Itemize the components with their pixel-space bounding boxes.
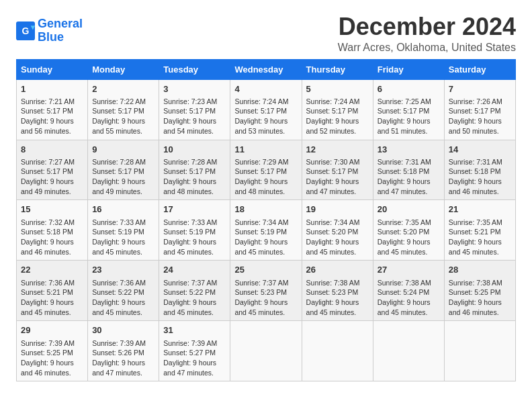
calendar-cell: 15Sunrise: 7:32 AM Sunset: 5:18 PM Dayli… xyxy=(17,200,88,261)
day-info: Sunrise: 7:39 AM Sunset: 5:25 PM Dayligh… xyxy=(21,338,83,378)
page-subtitle: Warr Acres, Oklahoma, United States xyxy=(338,42,516,54)
day-info: Sunrise: 7:26 AM Sunset: 5:17 PM Dayligh… xyxy=(449,97,511,136)
weekday-sunday: Sunday xyxy=(17,59,88,79)
calendar-week-2: 8Sunrise: 7:27 AM Sunset: 5:17 PM Daylig… xyxy=(17,140,516,200)
calendar-cell: 22Sunrise: 7:36 AM Sunset: 5:21 PM Dayli… xyxy=(17,261,88,321)
calendar-cell xyxy=(302,321,373,381)
calendar-week-1: 1Sunrise: 7:21 AM Sunset: 5:17 PM Daylig… xyxy=(17,79,516,140)
day-info: Sunrise: 7:21 AM Sunset: 5:17 PM Dayligh… xyxy=(21,97,83,136)
day-number: 6 xyxy=(378,83,440,95)
logo: G General Blue xyxy=(16,17,83,44)
calendar-cell: 9Sunrise: 7:28 AM Sunset: 5:17 PM Daylig… xyxy=(88,140,159,200)
day-info: Sunrise: 7:28 AM Sunset: 5:17 PM Dayligh… xyxy=(92,157,154,197)
calendar-cell: 14Sunrise: 7:31 AM Sunset: 5:18 PM Dayli… xyxy=(444,140,515,200)
calendar-body: 1Sunrise: 7:21 AM Sunset: 5:17 PM Daylig… xyxy=(17,79,516,381)
day-number: 22 xyxy=(21,264,83,276)
calendar-cell: 7Sunrise: 7:26 AM Sunset: 5:17 PM Daylig… xyxy=(444,79,515,140)
day-info: Sunrise: 7:31 AM Sunset: 5:18 PM Dayligh… xyxy=(449,157,511,197)
calendar-cell: 25Sunrise: 7:37 AM Sunset: 5:23 PM Dayli… xyxy=(230,261,302,321)
weekday-thursday: Thursday xyxy=(302,59,373,79)
calendar-week-4: 22Sunrise: 7:36 AM Sunset: 5:21 PM Dayli… xyxy=(17,261,516,321)
calendar-table: SundayMondayTuesdayWednesdayThursdayFrid… xyxy=(16,59,516,382)
day-number: 14 xyxy=(449,144,511,156)
calendar-cell: 10Sunrise: 7:28 AM Sunset: 5:17 PM Dayli… xyxy=(159,140,230,200)
calendar-cell: 1Sunrise: 7:21 AM Sunset: 5:17 PM Daylig… xyxy=(17,79,88,140)
day-info: Sunrise: 7:28 AM Sunset: 5:17 PM Dayligh… xyxy=(163,157,226,197)
calendar-week-5: 29Sunrise: 7:39 AM Sunset: 5:25 PM Dayli… xyxy=(17,321,516,381)
calendar-cell: 5Sunrise: 7:24 AM Sunset: 5:17 PM Daylig… xyxy=(302,79,373,140)
day-number: 11 xyxy=(234,144,297,156)
day-number: 4 xyxy=(234,83,297,95)
day-number: 19 xyxy=(306,203,369,216)
page-title: December 2024 xyxy=(338,13,516,40)
day-number: 2 xyxy=(92,83,154,95)
weekday-friday: Friday xyxy=(373,59,444,79)
day-info: Sunrise: 7:37 AM Sunset: 5:22 PM Dayligh… xyxy=(163,278,226,318)
calendar-cell: 31Sunrise: 7:39 AM Sunset: 5:27 PM Dayli… xyxy=(159,321,230,381)
calendar-cell: 2Sunrise: 7:22 AM Sunset: 5:17 PM Daylig… xyxy=(88,79,159,140)
day-number: 23 xyxy=(92,264,154,276)
day-info: Sunrise: 7:31 AM Sunset: 5:18 PM Dayligh… xyxy=(378,157,440,197)
day-info: Sunrise: 7:30 AM Sunset: 5:17 PM Dayligh… xyxy=(306,157,369,197)
day-number: 15 xyxy=(21,203,83,216)
calendar-cell: 19Sunrise: 7:34 AM Sunset: 5:20 PM Dayli… xyxy=(302,200,373,261)
calendar-cell: 29Sunrise: 7:39 AM Sunset: 5:25 PM Dayli… xyxy=(17,321,88,381)
day-info: Sunrise: 7:34 AM Sunset: 5:20 PM Dayligh… xyxy=(306,218,369,257)
calendar-cell: 17Sunrise: 7:33 AM Sunset: 5:19 PM Dayli… xyxy=(159,200,230,261)
calendar-cell: 28Sunrise: 7:38 AM Sunset: 5:25 PM Dayli… xyxy=(444,261,515,321)
day-info: Sunrise: 7:29 AM Sunset: 5:17 PM Dayligh… xyxy=(234,157,297,197)
weekday-tuesday: Tuesday xyxy=(159,59,230,79)
calendar-cell: 30Sunrise: 7:39 AM Sunset: 5:26 PM Dayli… xyxy=(88,321,159,381)
day-number: 18 xyxy=(234,203,297,216)
calendar-cell: 6Sunrise: 7:25 AM Sunset: 5:17 PM Daylig… xyxy=(373,79,444,140)
logo-text: General Blue xyxy=(38,17,83,44)
calendar-cell: 18Sunrise: 7:34 AM Sunset: 5:19 PM Dayli… xyxy=(230,200,302,261)
day-info: Sunrise: 7:22 AM Sunset: 5:17 PM Dayligh… xyxy=(92,97,154,136)
day-info: Sunrise: 7:33 AM Sunset: 5:19 PM Dayligh… xyxy=(92,218,154,257)
calendar-cell xyxy=(444,321,515,381)
calendar-cell: 26Sunrise: 7:38 AM Sunset: 5:23 PM Dayli… xyxy=(302,261,373,321)
day-info: Sunrise: 7:36 AM Sunset: 5:22 PM Dayligh… xyxy=(92,278,154,318)
calendar-cell: 23Sunrise: 7:36 AM Sunset: 5:22 PM Dayli… xyxy=(88,261,159,321)
svg-text:G: G xyxy=(22,25,30,36)
day-info: Sunrise: 7:32 AM Sunset: 5:18 PM Dayligh… xyxy=(21,218,83,257)
day-info: Sunrise: 7:39 AM Sunset: 5:26 PM Dayligh… xyxy=(92,338,154,378)
day-info: Sunrise: 7:34 AM Sunset: 5:19 PM Dayligh… xyxy=(234,218,297,257)
calendar-cell: 3Sunrise: 7:23 AM Sunset: 5:17 PM Daylig… xyxy=(159,79,230,140)
calendar-cell: 12Sunrise: 7:30 AM Sunset: 5:17 PM Dayli… xyxy=(302,140,373,200)
day-number: 9 xyxy=(92,144,154,156)
day-number: 5 xyxy=(306,83,369,95)
calendar-cell: 27Sunrise: 7:38 AM Sunset: 5:24 PM Dayli… xyxy=(373,261,444,321)
day-info: Sunrise: 7:36 AM Sunset: 5:21 PM Dayligh… xyxy=(21,278,83,318)
day-number: 21 xyxy=(449,203,511,216)
day-info: Sunrise: 7:38 AM Sunset: 5:23 PM Dayligh… xyxy=(306,278,369,318)
day-info: Sunrise: 7:27 AM Sunset: 5:17 PM Dayligh… xyxy=(21,157,83,197)
day-number: 10 xyxy=(163,144,226,156)
calendar-cell: 13Sunrise: 7:31 AM Sunset: 5:18 PM Dayli… xyxy=(373,140,444,200)
logo-icon: G xyxy=(16,21,35,40)
weekday-header-row: SundayMondayTuesdayWednesdayThursdayFrid… xyxy=(17,59,516,79)
calendar-cell: 21Sunrise: 7:35 AM Sunset: 5:21 PM Dayli… xyxy=(444,200,515,261)
calendar-cell: 16Sunrise: 7:33 AM Sunset: 5:19 PM Dayli… xyxy=(88,200,159,261)
day-number: 8 xyxy=(21,144,83,156)
day-number: 20 xyxy=(378,203,440,216)
day-number: 13 xyxy=(378,144,440,156)
calendar-cell: 8Sunrise: 7:27 AM Sunset: 5:17 PM Daylig… xyxy=(17,140,88,200)
day-info: Sunrise: 7:24 AM Sunset: 5:17 PM Dayligh… xyxy=(306,97,369,136)
weekday-monday: Monday xyxy=(88,59,159,79)
day-info: Sunrise: 7:25 AM Sunset: 5:17 PM Dayligh… xyxy=(378,97,440,136)
day-info: Sunrise: 7:24 AM Sunset: 5:17 PM Dayligh… xyxy=(234,97,297,136)
calendar-cell: 4Sunrise: 7:24 AM Sunset: 5:17 PM Daylig… xyxy=(230,79,302,140)
calendar-cell xyxy=(230,321,302,381)
day-info: Sunrise: 7:33 AM Sunset: 5:19 PM Dayligh… xyxy=(163,218,226,257)
calendar-cell: 24Sunrise: 7:37 AM Sunset: 5:22 PM Dayli… xyxy=(159,261,230,321)
day-info: Sunrise: 7:38 AM Sunset: 5:24 PM Dayligh… xyxy=(378,278,440,318)
day-number: 27 xyxy=(378,264,440,276)
day-number: 12 xyxy=(306,144,369,156)
day-info: Sunrise: 7:35 AM Sunset: 5:21 PM Dayligh… xyxy=(449,218,511,257)
day-number: 26 xyxy=(306,264,369,276)
day-number: 28 xyxy=(449,264,511,276)
day-number: 3 xyxy=(163,83,226,95)
title-block: December 2024 Warr Acres, Oklahoma, Unit… xyxy=(338,13,516,54)
day-number: 25 xyxy=(234,264,297,276)
